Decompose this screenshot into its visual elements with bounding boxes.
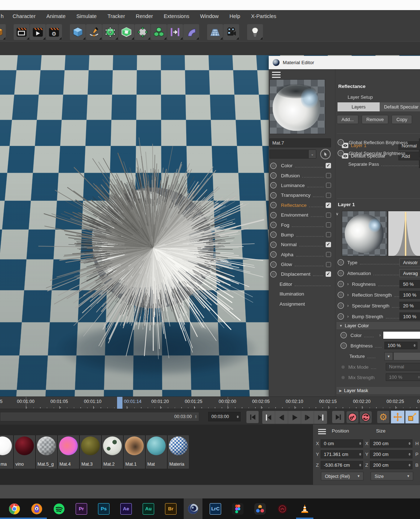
- animate-radio-icon[interactable]: [270, 172, 277, 179]
- param-row-specular-strength[interactable]: ›Specular Strength20 %: [338, 301, 420, 310]
- animate-radio-icon[interactable]: [338, 270, 344, 276]
- position-x-field[interactable]: 0 cm: [321, 439, 363, 448]
- channel-row-reflectance[interactable]: Reflectance✓: [269, 200, 333, 210]
- channel-row-environment[interactable]: Environment: [269, 210, 333, 220]
- button-add[interactable]: Add...: [337, 115, 358, 124]
- size-y-field[interactable]: 200 cm: [370, 450, 412, 458]
- animate-radio-icon[interactable]: [270, 182, 277, 188]
- channel-checkbox[interactable]: [326, 262, 331, 267]
- taskbar-bridge[interactable]: Br: [161, 498, 180, 519]
- param-value-field[interactable]: 100 %: [399, 312, 420, 320]
- stepper-icon[interactable]: [408, 453, 411, 456]
- button-remove[interactable]: Remove: [362, 115, 388, 124]
- polygons-mode-button[interactable]: [119, 24, 134, 40]
- channel-row-normal[interactable]: Normal✓: [269, 240, 333, 249]
- timeline-playhead[interactable]: [117, 397, 122, 409]
- previous-frame-button[interactable]: [275, 411, 288, 424]
- expand-arrow-icon[interactable]: ›: [379, 333, 381, 338]
- taskbar-davinci[interactable]: [251, 498, 269, 519]
- goto-start-button[interactable]: [246, 411, 259, 423]
- stepper-icon[interactable]: [359, 453, 361, 456]
- channel-label[interactable]: Transparency: [281, 192, 310, 198]
- stepper-icon[interactable]: [359, 464, 361, 466]
- channel-label[interactable]: Displacement: [281, 271, 310, 277]
- menu-item-h[interactable]: h: [0, 13, 7, 19]
- channel-checkbox[interactable]: [326, 252, 331, 257]
- layer1-preview-curve[interactable]: [388, 211, 420, 256]
- channel-row-glow[interactable]: Glow: [269, 260, 333, 269]
- current-time-field[interactable]: 00:03:00: [208, 412, 241, 421]
- play-button[interactable]: [288, 411, 301, 424]
- channel-checkbox[interactable]: ✓: [326, 242, 331, 247]
- material-thumb-mat-5-g[interactable]: Mat.5_g: [36, 435, 57, 469]
- animate-radio-icon[interactable]: [270, 261, 277, 268]
- render-settings-button[interactable]: ⚙: [46, 24, 62, 40]
- tab-layers[interactable]: Layers: [338, 102, 380, 111]
- pick-material-button[interactable]: [320, 149, 331, 159]
- position-mode-dropdown[interactable]: Object (Rel)▼: [321, 472, 363, 480]
- move-tool-button[interactable]: [391, 411, 405, 423]
- channel-row-displacement[interactable]: Displacement✓: [269, 269, 333, 279]
- animate-radio-icon[interactable]: [270, 202, 277, 208]
- animate-radio-icon[interactable]: [338, 259, 344, 266]
- material-thumb-mat[interactable]: Mat: [146, 435, 167, 469]
- scale-tool-button[interactable]: [405, 411, 419, 423]
- expand-arrow-icon[interactable]: ›: [347, 303, 349, 308]
- position-z-field[interactable]: -530.676 cm: [321, 461, 363, 469]
- menu-item-animate[interactable]: Animate: [41, 13, 71, 19]
- stepper-icon[interactable]: [237, 416, 239, 418]
- expand-arrow-icon[interactable]: ›: [347, 281, 349, 287]
- coordinates-menu-icon[interactable]: [318, 429, 326, 434]
- channel-row-alpha[interactable]: Alpha: [269, 250, 333, 260]
- taskbar-photoshop[interactable]: Ps: [94, 498, 113, 519]
- autokey-button[interactable]: [360, 411, 372, 423]
- pen-spline-button[interactable]: [86, 24, 102, 40]
- animate-radio-icon[interactable]: [270, 241, 277, 248]
- material-name-field[interactable]: Mat.7: [269, 138, 331, 147]
- animate-radio-icon[interactable]: [338, 281, 344, 287]
- menu-item-extensions[interactable]: Extensions: [158, 13, 195, 19]
- param-row-reflection-strength[interactable]: ›Reflection Strength100 %: [338, 290, 420, 299]
- taskbar-red-app[interactable]: [273, 498, 292, 519]
- keying-settings-button[interactable]: ⚙: [377, 411, 390, 423]
- layer1-preview-sphere[interactable]: [342, 211, 387, 256]
- texture-dropdown-button[interactable]: ▼: [384, 352, 393, 360]
- preview-range-scrubber[interactable]: 00:03:00 ‖: [0, 412, 199, 421]
- menu-item-x-particles[interactable]: X-Particles: [246, 13, 282, 19]
- stepper-icon[interactable]: [359, 442, 361, 445]
- channel-row-luminance[interactable]: Luminance: [269, 181, 333, 190]
- channel-checkbox[interactable]: ✓: [326, 163, 331, 168]
- channel-label[interactable]: Environment: [281, 212, 308, 218]
- menu-item-character[interactable]: Character: [7, 13, 41, 19]
- param-value-field[interactable]: 20 %: [399, 302, 420, 310]
- menu-item-help[interactable]: Help: [224, 13, 246, 19]
- stepper-icon[interactable]: [408, 464, 411, 466]
- taskbar-cinema4d[interactable]: [184, 498, 202, 519]
- spline-wedge-button[interactable]: [183, 24, 199, 40]
- material-space-dropdown[interactable]: ⌄: [269, 150, 316, 159]
- brightness-animate-radio[interactable]: [340, 342, 347, 349]
- expand-arrow-icon[interactable]: ›: [347, 314, 349, 319]
- previous-key-button[interactable]: [262, 411, 275, 424]
- points-mode-button[interactable]: [102, 24, 118, 40]
- animate-radio-icon[interactable]: [338, 150, 344, 156]
- model-mode-button[interactable]: [135, 24, 151, 40]
- layer-color-swatch[interactable]: [383, 331, 420, 339]
- channel-label[interactable]: Fog: [281, 222, 289, 228]
- animate-radio-icon[interactable]: [270, 212, 277, 218]
- record-keyframe-button[interactable]: [347, 411, 358, 423]
- taskbar-figma[interactable]: [228, 498, 247, 519]
- channel-label[interactable]: Diffusion: [281, 173, 300, 178]
- material-thumb-mat-1[interactable]: Mat.1: [124, 435, 145, 469]
- cube-blue-button[interactable]: [70, 24, 86, 40]
- channel-checkbox[interactable]: [326, 193, 331, 198]
- light-button[interactable]: [247, 24, 263, 40]
- layer-color-section[interactable]: ▼ Layer Color: [336, 321, 420, 330]
- size-z-field[interactable]: 200 cm: [370, 461, 412, 469]
- material-thumb-mat-2[interactable]: Mat.2: [102, 435, 123, 469]
- animate-radio-icon[interactable]: [270, 192, 277, 199]
- material-thumb-mat-3[interactable]: Mat.3: [80, 435, 101, 469]
- channel-label[interactable]: Alpha: [281, 252, 294, 257]
- menu-item-simulate[interactable]: Simulate: [71, 13, 102, 19]
- param-dropdown[interactable]: Averag: [399, 269, 420, 277]
